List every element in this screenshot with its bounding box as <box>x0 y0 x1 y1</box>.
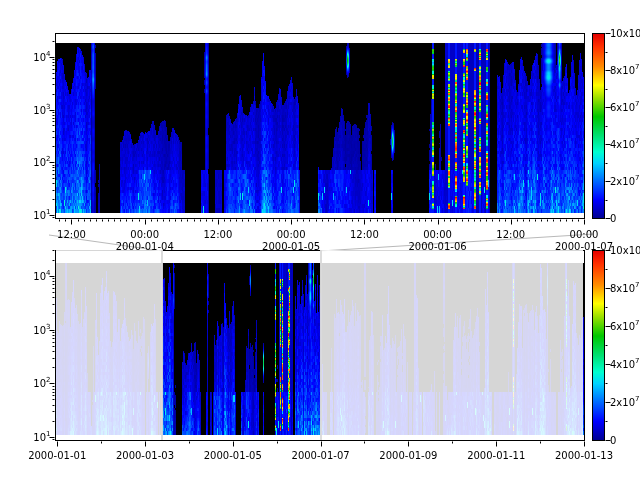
overview-selection-box[interactable] <box>161 250 322 440</box>
spectrogram-figure: 12:0000:002000-01-0412:0000:002000-01-05… <box>0 0 640 480</box>
